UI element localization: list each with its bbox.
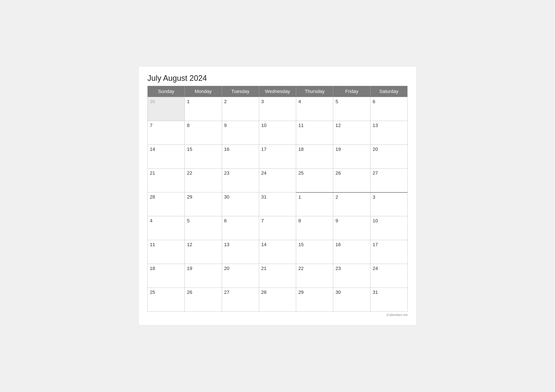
week-row-6: 11121314151617: [148, 240, 408, 264]
calendar-cell[interactable]: 31: [259, 192, 296, 216]
calendar-cell[interactable]: 23: [222, 169, 259, 192]
week-row-8: 25262728293031: [148, 288, 408, 312]
calendar-cell[interactable]: 7: [259, 216, 296, 240]
calendar-cell[interactable]: 29: [296, 288, 333, 312]
calendar-table: SundayMondayTuesdayWednesdayThursdayFrid…: [147, 86, 408, 312]
calendar-cell[interactable]: 31: [370, 288, 407, 312]
calendar-cell[interactable]: 5: [185, 216, 222, 240]
calendar-cell[interactable]: 13: [222, 240, 259, 264]
days-of-week-row: SundayMondayTuesdayWednesdayThursdayFrid…: [148, 86, 408, 97]
calendar-cell[interactable]: 15: [185, 145, 222, 169]
calendar-cell[interactable]: 19: [333, 145, 370, 169]
calendar-cell[interactable]: 6: [222, 216, 259, 240]
calendar-cell[interactable]: 16: [222, 145, 259, 169]
calendar-cell[interactable]: 26: [185, 288, 222, 312]
calendar-cell[interactable]: 25: [296, 169, 333, 192]
calendar-cell[interactable]: 11: [296, 121, 333, 145]
calendar-cell[interactable]: 16: [333, 240, 370, 264]
week-row-0: 30123456: [148, 97, 408, 121]
calendar-cell[interactable]: 22: [296, 264, 333, 288]
calendar-cell[interactable]: 14: [148, 145, 185, 169]
calendar-cell[interactable]: 6: [370, 97, 407, 121]
calendar-cell[interactable]: 14: [259, 240, 296, 264]
footer-attribution: iCalendars.net: [147, 313, 408, 317]
calendar-cell[interactable]: 20: [222, 264, 259, 288]
calendar-cell[interactable]: 30: [333, 288, 370, 312]
day-header-friday: Friday: [333, 86, 370, 97]
day-header-tuesday: Tuesday: [222, 86, 259, 97]
calendar-cell[interactable]: 23: [333, 264, 370, 288]
calendar-cell[interactable]: 21: [148, 169, 185, 192]
calendar-cell[interactable]: 24: [259, 169, 296, 192]
calendar-cell[interactable]: 2: [333, 192, 370, 216]
calendar-cell[interactable]: 1: [185, 97, 222, 121]
day-header-wednesday: Wednesday: [259, 86, 296, 97]
calendar-cell[interactable]: 17: [259, 145, 296, 169]
calendar-cell[interactable]: 11: [148, 240, 185, 264]
calendar-cell[interactable]: 30: [148, 97, 185, 121]
calendar-cell[interactable]: 22: [185, 169, 222, 192]
calendar-cell[interactable]: 4: [148, 216, 185, 240]
calendar-cell[interactable]: 15: [296, 240, 333, 264]
calendar-cell[interactable]: 28: [259, 288, 296, 312]
calendar-title: July August 2024: [147, 74, 408, 83]
calendar-cell[interactable]: 8: [296, 216, 333, 240]
calendar-cell[interactable]: 2: [222, 97, 259, 121]
calendar-cell[interactable]: 27: [222, 288, 259, 312]
calendar-cell[interactable]: 24: [370, 264, 407, 288]
day-header-thursday: Thursday: [296, 86, 333, 97]
week-row-1: 78910111213: [148, 121, 408, 145]
calendar-cell[interactable]: 30: [222, 192, 259, 216]
calendar-cell[interactable]: 17: [370, 240, 407, 264]
calendar-cell[interactable]: 7: [148, 121, 185, 145]
week-row-5: 45678910: [148, 216, 408, 240]
calendar-cell[interactable]: 21: [259, 264, 296, 288]
week-row-2: 14151617181920: [148, 145, 408, 169]
calendar-cell[interactable]: 20: [370, 145, 407, 169]
week-row-4: 28293031123: [148, 192, 408, 216]
day-header-monday: Monday: [185, 86, 222, 97]
calendar-cell[interactable]: 1: [296, 192, 333, 216]
calendar-cell[interactable]: 3: [370, 192, 407, 216]
week-row-3: 21222324252627: [148, 169, 408, 192]
calendar-cell[interactable]: 27: [370, 169, 407, 192]
calendar-header: SundayMondayTuesdayWednesdayThursdayFrid…: [148, 86, 408, 97]
calendar-cell[interactable]: 10: [370, 216, 407, 240]
calendar-cell[interactable]: 28: [148, 192, 185, 216]
calendar-cell[interactable]: 5: [333, 97, 370, 121]
calendar-cell[interactable]: 19: [185, 264, 222, 288]
day-header-saturday: Saturday: [370, 86, 407, 97]
calendar-body: 3012345678910111213141516171819202122232…: [148, 97, 408, 312]
week-row-7: 18192021222324: [148, 264, 408, 288]
calendar-cell[interactable]: 3: [259, 97, 296, 121]
calendar-container: July August 2024 SundayMondayTuesdayWedn…: [139, 67, 416, 325]
calendar-cell[interactable]: 12: [333, 121, 370, 145]
calendar-cell[interactable]: 10: [259, 121, 296, 145]
calendar-cell[interactable]: 4: [296, 97, 333, 121]
calendar-cell[interactable]: 8: [185, 121, 222, 145]
calendar-cell[interactable]: 26: [333, 169, 370, 192]
calendar-cell[interactable]: 25: [148, 288, 185, 312]
calendar-cell[interactable]: 9: [333, 216, 370, 240]
day-header-sunday: Sunday: [148, 86, 185, 97]
calendar-cell[interactable]: 18: [148, 264, 185, 288]
calendar-cell[interactable]: 13: [370, 121, 407, 145]
calendar-cell[interactable]: 29: [185, 192, 222, 216]
calendar-cell[interactable]: 9: [222, 121, 259, 145]
calendar-cell[interactable]: 12: [185, 240, 222, 264]
calendar-cell[interactable]: 18: [296, 145, 333, 169]
